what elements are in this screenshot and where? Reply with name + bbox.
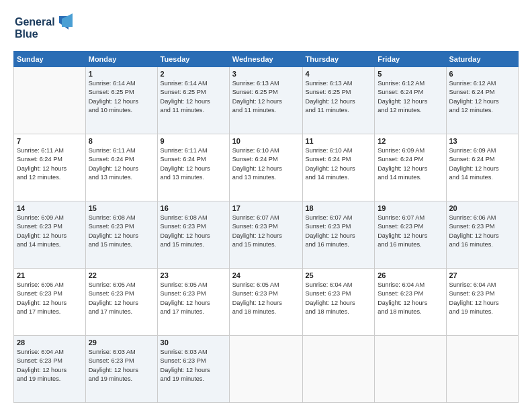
- day-number: 25: [306, 271, 372, 279]
- logo: General Blue: [13, 11, 77, 44]
- day-info: Sunrise: 6:04 AM Sunset: 6:23 PM Dayligh…: [17, 348, 83, 383]
- calendar-header-thursday: Thursday: [302, 52, 375, 67]
- day-number: 28: [17, 338, 83, 347]
- calendar-cell: 28Sunrise: 6:04 AM Sunset: 6:23 PM Dayli…: [14, 336, 86, 403]
- day-info: Sunrise: 6:04 AM Sunset: 6:23 PM Dayligh…: [449, 281, 516, 316]
- calendar-table: SundayMondayTuesdayWednesdayThursdayFrid…: [13, 51, 519, 403]
- day-info: Sunrise: 6:13 AM Sunset: 6:25 PM Dayligh…: [232, 79, 300, 115]
- day-info: Sunrise: 6:03 AM Sunset: 6:23 PM Dayligh…: [161, 348, 226, 383]
- day-number: 14: [17, 204, 83, 212]
- day-info: Sunrise: 6:14 AM Sunset: 6:25 PM Dayligh…: [89, 79, 154, 115]
- calendar-cell: [375, 336, 446, 403]
- day-info: Sunrise: 6:13 AM Sunset: 6:25 PM Dayligh…: [306, 79, 372, 115]
- day-info: Sunrise: 6:05 AM Sunset: 6:23 PM Dayligh…: [232, 281, 300, 316]
- day-number: 29: [89, 338, 154, 347]
- day-number: 3: [232, 70, 300, 78]
- calendar-cell: 7Sunrise: 6:11 AM Sunset: 6:24 PM Daylig…: [14, 134, 86, 201]
- day-number: 16: [161, 204, 226, 212]
- calendar-cell: 9Sunrise: 6:11 AM Sunset: 6:24 PM Daylig…: [157, 134, 229, 201]
- day-number: 8: [89, 137, 154, 145]
- day-info: Sunrise: 6:09 AM Sunset: 6:24 PM Dayligh…: [449, 146, 516, 182]
- calendar-cell: 16Sunrise: 6:08 AM Sunset: 6:23 PM Dayli…: [157, 201, 229, 269]
- calendar-cell: 5Sunrise: 6:12 AM Sunset: 6:24 PM Daylig…: [375, 67, 446, 134]
- day-info: Sunrise: 6:09 AM Sunset: 6:24 PM Dayligh…: [378, 146, 443, 182]
- calendar-cell: 3Sunrise: 6:13 AM Sunset: 6:25 PM Daylig…: [229, 67, 302, 134]
- day-number: 1: [89, 70, 154, 78]
- calendar-cell: 10Sunrise: 6:10 AM Sunset: 6:24 PM Dayli…: [229, 134, 302, 201]
- day-number: 24: [232, 271, 300, 279]
- day-info: Sunrise: 6:06 AM Sunset: 6:23 PM Dayligh…: [449, 214, 516, 249]
- calendar-cell: [14, 67, 86, 134]
- day-number: 17: [232, 204, 300, 212]
- day-info: Sunrise: 6:11 AM Sunset: 6:24 PM Dayligh…: [89, 146, 154, 182]
- day-number: 22: [89, 271, 154, 279]
- svg-text:Blue: Blue: [15, 28, 38, 40]
- day-number: 18: [306, 204, 372, 212]
- logo-icon: General Blue: [13, 11, 77, 42]
- calendar-cell: 27Sunrise: 6:04 AM Sunset: 6:23 PM Dayli…: [446, 269, 519, 336]
- day-info: Sunrise: 6:10 AM Sunset: 6:24 PM Dayligh…: [232, 146, 300, 182]
- day-number: 5: [378, 70, 443, 78]
- calendar-cell: 20Sunrise: 6:06 AM Sunset: 6:23 PM Dayli…: [446, 201, 519, 269]
- day-info: Sunrise: 6:09 AM Sunset: 6:23 PM Dayligh…: [17, 214, 83, 249]
- header: General Blue: [13, 11, 519, 44]
- calendar-cell: 29Sunrise: 6:03 AM Sunset: 6:23 PM Dayli…: [85, 336, 157, 403]
- day-number: 23: [161, 271, 226, 279]
- day-number: 26: [378, 271, 443, 279]
- calendar-cell: [446, 336, 519, 403]
- calendar-cell: 4Sunrise: 6:13 AM Sunset: 6:25 PM Daylig…: [302, 67, 375, 134]
- calendar-header-sunday: Sunday: [14, 52, 86, 67]
- calendar-header-wednesday: Wednesday: [229, 52, 302, 67]
- calendar-cell: [302, 336, 375, 403]
- calendar-header-tuesday: Tuesday: [157, 52, 229, 67]
- day-number: 2: [161, 70, 226, 78]
- calendar-cell: 15Sunrise: 6:08 AM Sunset: 6:23 PM Dayli…: [85, 201, 157, 269]
- calendar-cell: 17Sunrise: 6:07 AM Sunset: 6:23 PM Dayli…: [229, 201, 302, 269]
- day-number: 6: [449, 70, 516, 78]
- day-info: Sunrise: 6:07 AM Sunset: 6:23 PM Dayligh…: [306, 214, 372, 249]
- day-number: 10: [232, 137, 300, 145]
- calendar-cell: 23Sunrise: 6:05 AM Sunset: 6:23 PM Dayli…: [157, 269, 229, 336]
- calendar-header-row: SundayMondayTuesdayWednesdayThursdayFrid…: [14, 52, 519, 67]
- day-info: Sunrise: 6:12 AM Sunset: 6:24 PM Dayligh…: [449, 79, 516, 115]
- day-number: 15: [89, 204, 154, 212]
- calendar-cell: 8Sunrise: 6:11 AM Sunset: 6:24 PM Daylig…: [85, 134, 157, 201]
- calendar-cell: 19Sunrise: 6:07 AM Sunset: 6:23 PM Dayli…: [375, 201, 446, 269]
- calendar-cell: 2Sunrise: 6:14 AM Sunset: 6:25 PM Daylig…: [157, 67, 229, 134]
- day-info: Sunrise: 6:03 AM Sunset: 6:23 PM Dayligh…: [89, 348, 154, 383]
- page: General Blue SundayMondayTuesdayWednesda…: [0, 0, 532, 411]
- day-number: 9: [161, 137, 226, 145]
- day-info: Sunrise: 6:11 AM Sunset: 6:24 PM Dayligh…: [161, 146, 226, 182]
- day-number: 30: [161, 338, 226, 347]
- day-number: 21: [17, 271, 83, 279]
- calendar-cell: 24Sunrise: 6:05 AM Sunset: 6:23 PM Dayli…: [229, 269, 302, 336]
- day-info: Sunrise: 6:08 AM Sunset: 6:23 PM Dayligh…: [161, 214, 226, 249]
- day-info: Sunrise: 6:07 AM Sunset: 6:23 PM Dayligh…: [378, 214, 443, 249]
- calendar-cell: 21Sunrise: 6:06 AM Sunset: 6:23 PM Dayli…: [14, 269, 86, 336]
- calendar-cell: 14Sunrise: 6:09 AM Sunset: 6:23 PM Dayli…: [14, 201, 86, 269]
- calendar-cell: 1Sunrise: 6:14 AM Sunset: 6:25 PM Daylig…: [85, 67, 157, 134]
- calendar-week-row: 14Sunrise: 6:09 AM Sunset: 6:23 PM Dayli…: [14, 201, 519, 269]
- calendar-cell: [229, 336, 302, 403]
- svg-marker-3: [62, 13, 73, 27]
- calendar-week-row: 1Sunrise: 6:14 AM Sunset: 6:25 PM Daylig…: [14, 67, 519, 134]
- day-number: 19: [378, 204, 443, 212]
- day-number: 20: [449, 204, 516, 212]
- day-info: Sunrise: 6:11 AM Sunset: 6:24 PM Dayligh…: [17, 146, 83, 182]
- day-number: 7: [17, 137, 83, 145]
- day-info: Sunrise: 6:10 AM Sunset: 6:24 PM Dayligh…: [306, 146, 372, 182]
- day-number: 11: [306, 137, 372, 145]
- day-info: Sunrise: 6:08 AM Sunset: 6:23 PM Dayligh…: [89, 214, 154, 249]
- calendar-header-saturday: Saturday: [446, 52, 519, 67]
- calendar-cell: 25Sunrise: 6:04 AM Sunset: 6:23 PM Dayli…: [302, 269, 375, 336]
- calendar-cell: 22Sunrise: 6:05 AM Sunset: 6:23 PM Dayli…: [85, 269, 157, 336]
- day-number: 27: [449, 271, 516, 279]
- day-info: Sunrise: 6:04 AM Sunset: 6:23 PM Dayligh…: [306, 281, 372, 316]
- day-info: Sunrise: 6:14 AM Sunset: 6:25 PM Dayligh…: [161, 79, 226, 115]
- calendar-cell: 13Sunrise: 6:09 AM Sunset: 6:24 PM Dayli…: [446, 134, 519, 201]
- calendar-header-monday: Monday: [85, 52, 157, 67]
- day-info: Sunrise: 6:07 AM Sunset: 6:23 PM Dayligh…: [232, 214, 300, 249]
- calendar-cell: 26Sunrise: 6:04 AM Sunset: 6:23 PM Dayli…: [375, 269, 446, 336]
- day-info: Sunrise: 6:05 AM Sunset: 6:23 PM Dayligh…: [161, 281, 226, 316]
- day-number: 13: [449, 137, 516, 145]
